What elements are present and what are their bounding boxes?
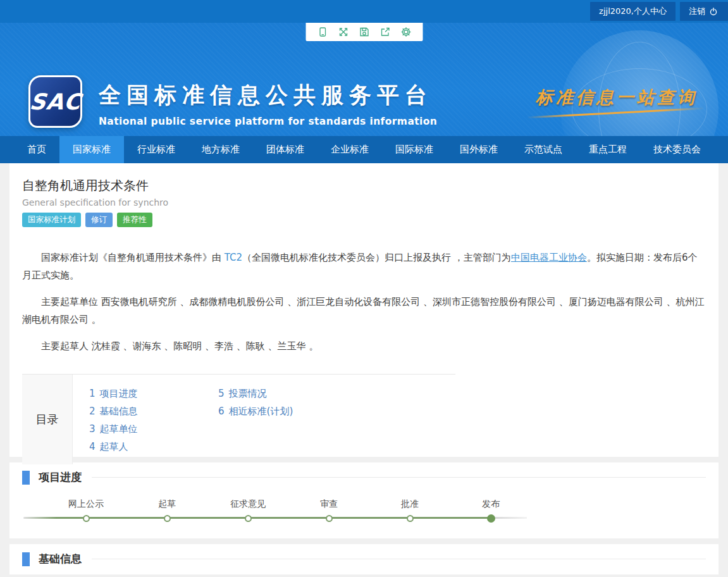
progress-dot-hollow: [164, 515, 171, 522]
tc2-link[interactable]: TC2: [225, 252, 242, 263]
summary-paragraphs: 国家标准计划《自整角机通用技术条件》由 TC2（全国微电机标准化技术委员会）归口…: [22, 249, 706, 355]
gear-icon[interactable]: [395, 23, 416, 41]
basic-section-title: 基础信息: [39, 552, 82, 566]
paragraph-overview: 国家标准计划《自整角机通用技术条件》由 TC2（全国微电机标准化技术委员会）归口…: [22, 249, 706, 284]
toc-link-similar-standards[interactable]: 6相近标准(计划): [218, 402, 347, 420]
logout-button[interactable]: 注销: [680, 2, 728, 21]
paragraph-drafting-units: 主要起草单位 西安微电机研究所 、成都微精电机股份公司 、浙江巨龙自动化设备有限…: [22, 293, 706, 328]
banner-slogan: 标准信息一站查询: [536, 86, 698, 109]
basic-info-card: 基础信息: [9, 544, 719, 574]
section-marker: [22, 471, 30, 485]
standard-title: 自整角机通用技术条件: [22, 177, 706, 194]
site-title-block: 全国标准信息公共服务平台 National public service pla…: [99, 75, 437, 127]
topbar: zjjl2020,个人中心 注销: [0, 0, 728, 23]
department-link[interactable]: 中国电器工业协会: [511, 252, 587, 263]
toc-label: 目录: [22, 375, 73, 464]
progress-section-header: 项目进度: [22, 470, 706, 485]
nav-item-foreign-standards[interactable]: 国外标准: [447, 136, 511, 163]
badge-recommended: 推荐性: [117, 213, 152, 227]
quick-toolbar: [305, 23, 423, 41]
basic-section-header: 基础信息: [22, 552, 706, 566]
progress-station-review: 审查: [320, 485, 338, 522]
section-marker: [22, 552, 30, 566]
progress-station-approval: 批准: [401, 485, 419, 522]
progress-station-drafting: 起草: [158, 485, 176, 522]
section-divider: [92, 477, 706, 478]
standard-english-title: General specification for synchro: [22, 197, 706, 208]
site-banner: SAC 全国标准信息公共服务平台 National public service…: [0, 23, 728, 136]
nav-item-key-projects[interactable]: 重点工程: [576, 136, 640, 163]
share-icon[interactable]: [374, 23, 395, 41]
brand: SAC 全国标准信息公共服务平台 National public service…: [28, 75, 437, 128]
toc-link-voting[interactable]: 5投票情况: [218, 385, 347, 402]
section-divider: [92, 559, 706, 559]
nav-item-pilot-demonstration[interactable]: 示范试点: [511, 136, 576, 163]
main-nav: 首页 国家标准 行业标准 地方标准 团体标准 企业标准 国际标准 国外标准 示范…: [0, 136, 728, 163]
badge-revision: 修订: [85, 213, 113, 227]
progress-section-title: 项目进度: [39, 470, 82, 485]
power-icon: [709, 7, 718, 16]
save-icon[interactable]: [354, 23, 374, 41]
toc-column-2: 5投票情况 6相近标准(计划): [218, 385, 347, 456]
toc-link-drafters[interactable]: 4起草人: [89, 438, 218, 456]
user-center-button[interactable]: zjjl2020,个人中心: [590, 2, 676, 21]
toc-link-basic-info[interactable]: 2基础信息: [89, 402, 218, 420]
progress-station-publication: 发布: [482, 485, 500, 523]
toc-column-1: 1项目进度 2基础信息 3起草单位 4起草人: [89, 385, 218, 456]
progress-dot-hollow: [245, 515, 252, 522]
progress-station-online-publicity: 网上公示: [68, 485, 104, 522]
paragraph-drafters: 主要起草人 沈桂霞 、谢海东 、陈昭明 、李浩 、陈耿 、兰玉华 。: [22, 337, 706, 355]
nav-item-group-standards[interactable]: 团体标准: [253, 136, 318, 163]
section-gap: [0, 538, 728, 544]
nav-item-home[interactable]: 首页: [14, 136, 59, 163]
logout-label: 注销: [689, 6, 705, 17]
progress-dot-filled: [487, 514, 495, 523]
fullscreen-icon[interactable]: [333, 23, 354, 41]
project-progress-card: 项目进度 网上公示 起草 征求意见 审查 批准 发布: [9, 462, 719, 538]
nav-item-technical-committees[interactable]: 技术委员会: [640, 136, 714, 163]
progress-dot-hollow: [326, 515, 333, 522]
site-subtitle: National public service platform for sta…: [99, 116, 437, 127]
progress-dot-hollow: [407, 515, 414, 522]
toc-link-project-progress[interactable]: 1项目进度: [89, 385, 218, 402]
nav-item-national-standards[interactable]: 国家标准: [59, 136, 124, 163]
nav-item-industry-standards[interactable]: 行业标准: [124, 136, 188, 163]
toc-links: 1项目进度 2基础信息 3起草单位 4起草人 5投票情况 6相近标准(计划): [73, 375, 455, 464]
nav-item-enterprise-standards[interactable]: 企业标准: [318, 136, 382, 163]
table-of-contents: 目录 1项目进度 2基础信息 3起草单位 4起草人 5投票情况 6相近标准(计划…: [22, 374, 455, 465]
user-center-label: zjjl2020,个人中心: [599, 6, 667, 17]
badge-national-plan: 国家标准计划: [22, 213, 81, 227]
nav-item-international-standards[interactable]: 国际标准: [382, 136, 447, 163]
nav-item-local-standards[interactable]: 地方标准: [188, 136, 253, 163]
progress-timeline: 网上公示 起草 征求意见 审查 批准 发布: [22, 485, 706, 531]
toc-link-drafting-units[interactable]: 3起草单位: [89, 420, 218, 438]
sac-logo[interactable]: SAC: [28, 75, 82, 128]
standard-detail-card: 自整角机通用技术条件 General specification for syn…: [9, 163, 719, 457]
badge-row: 国家标准计划 修订 推荐性: [22, 213, 706, 227]
progress-dot-hollow: [83, 515, 90, 522]
mobile-icon[interactable]: [312, 23, 333, 41]
site-title: 全国标准信息公共服务平台: [99, 80, 437, 110]
progress-station-soliciting-opinions: 征求意见: [230, 485, 266, 522]
